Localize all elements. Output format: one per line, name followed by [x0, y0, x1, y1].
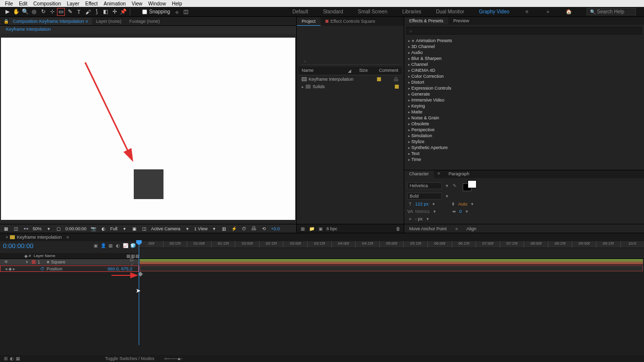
col-comment[interactable]: Comment	[379, 68, 399, 74]
fx-category[interactable]: Expression Controls	[404, 85, 644, 91]
layer-label-swatch[interactable]	[32, 260, 36, 264]
type-tool-icon[interactable]: T	[75, 8, 83, 16]
ruler-mark[interactable]: 07:15f	[500, 241, 524, 248]
menu-window[interactable]: Window	[145, 1, 169, 6]
graph-editor-icon[interactable]: 📈	[122, 243, 128, 249]
move-anchor-tab[interactable]: Move Anchor Point	[404, 225, 452, 232]
flowchart-mini-icon[interactable]: 品	[393, 76, 399, 82]
kern-dropdown-icon[interactable]: ▾	[431, 208, 437, 214]
snap-option2-icon[interactable]: ◫	[182, 8, 190, 16]
menu-edit[interactable]: Edit	[16, 1, 30, 6]
new-comp-icon[interactable]: ▣	[318, 226, 323, 232]
roto-tool-icon[interactable]: ✢	[110, 8, 118, 16]
fx-category[interactable]: Obsolete	[404, 121, 644, 127]
fx-category[interactable]: Immersive Video	[404, 97, 644, 103]
layer-bars-area[interactable]	[139, 259, 644, 272]
close-tab-icon[interactable]: ×	[4, 234, 10, 240]
col-name[interactable]: Name	[302, 68, 339, 74]
ruler-mark[interactable]: 03:15f	[307, 241, 331, 248]
snap-option-icon[interactable]: ⟐	[173, 8, 181, 16]
shy-icon[interactable]: 👤	[100, 243, 106, 249]
tab-menu-icon[interactable]: ≡	[65, 234, 71, 240]
pen-tool-icon[interactable]: ✎	[66, 8, 74, 16]
menu-layer[interactable]: Layer	[64, 1, 82, 6]
snapping-checkbox[interactable]	[142, 9, 147, 14]
composition-canvas[interactable]	[1, 38, 295, 220]
zoom-level[interactable]: 50%	[33, 226, 42, 231]
fx-category[interactable]: Animation Presets	[404, 38, 644, 44]
workspace-menu-icon[interactable]: ≡	[524, 9, 530, 15]
fx-category[interactable]: Blur & Sharpen	[404, 55, 644, 61]
orbit-tool-icon[interactable]: ◎	[30, 8, 38, 16]
ruler-mark[interactable]: :00f	[139, 241, 163, 248]
twirl-icon[interactable]: ▾	[24, 259, 30, 265]
camera-dropdown[interactable]: Active Camera	[151, 226, 180, 231]
guides-icon[interactable]: ◫	[13, 226, 19, 232]
res-dropdown-icon[interactable]: ▾	[121, 226, 127, 232]
effects-list[interactable]: Animation Presets 3D Channel Audio Blur …	[404, 37, 644, 170]
cam-dropdown-icon[interactable]: ▾	[184, 226, 190, 232]
composition-breadcrumb[interactable]: Keyframe Interpolation	[0, 26, 296, 34]
stroke-value[interactable]: - px	[415, 216, 423, 221]
menu-view[interactable]: View	[129, 1, 146, 6]
property-track[interactable]	[140, 265, 643, 271]
switches-row[interactable]: ⊡ ⟋	[130, 259, 136, 265]
square-shape[interactable]	[134, 169, 163, 199]
workspace-expand-icon[interactable]: »	[545, 9, 551, 15]
view-dropdown[interactable]: 1 View	[194, 226, 208, 231]
fx-category[interactable]: Time	[404, 156, 644, 162]
workspace-graphy[interactable]: Graphy Video	[479, 9, 509, 14]
fx-category[interactable]: Channel	[404, 61, 644, 67]
effects-search-input[interactable]: ⌕	[406, 27, 642, 35]
col-type-icon[interactable]: ◢	[339, 68, 359, 74]
bit-depth[interactable]: 8 bpc	[326, 226, 337, 231]
viewer-area[interactable]	[0, 34, 296, 224]
channel-icon[interactable]: ◐	[101, 226, 107, 232]
menu-help[interactable]: Help	[169, 1, 185, 6]
effects-presets-tab[interactable]: Effects & Presets	[404, 17, 448, 24]
fx-category[interactable]: Keying	[404, 103, 644, 109]
menu-file[interactable]: File	[2, 1, 16, 6]
draft3d-icon[interactable]: 🧊	[130, 243, 136, 249]
tab-menu-icon[interactable]: ≡	[86, 19, 88, 24]
interpret-icon[interactable]: ▦	[300, 226, 306, 232]
ruler-mark[interactable]: 04:00f	[331, 241, 356, 248]
preview-tab[interactable]: Preview	[448, 17, 474, 24]
footage-tab[interactable]: Footage (none)	[125, 18, 164, 25]
composition-tab[interactable]: Composition Keyframe Interpolation ≡	[9, 18, 92, 25]
workspace-libraries[interactable]: Libraries	[402, 9, 421, 14]
property-value[interactable]: 960.0, 875.2	[107, 266, 132, 271]
col-layer-name[interactable]: Layer Name	[34, 254, 130, 258]
menu-effect[interactable]: Effect	[82, 1, 101, 6]
next-kf-icon[interactable]: ▸	[11, 266, 17, 272]
timeline-ruler-area[interactable]: :00f 00:15f 01:00f 01:15f 02:00f 02:15f …	[139, 241, 644, 253]
workspace-standard[interactable]: Standard	[323, 9, 343, 14]
ruler-mark[interactable]: 05:00f	[379, 241, 404, 248]
char-menu-icon[interactable]: ≡	[434, 170, 444, 176]
visibility-icon[interactable]: 👁	[3, 259, 9, 265]
ruler-mark[interactable]: 02:00f	[235, 241, 259, 248]
layer-name[interactable]: Square	[51, 259, 65, 264]
ruler-mark[interactable]: 08:15f	[548, 241, 572, 248]
pixel-aspect-icon[interactable]: ▥	[221, 226, 227, 232]
project-item-folder[interactable]: ▸ Solids	[299, 83, 402, 90]
project-search-input[interactable]: ⌕	[301, 57, 400, 65]
ruler-mark[interactable]: 08:00f	[524, 241, 548, 248]
stroke-dropdown-icon[interactable]: ▾	[425, 216, 430, 222]
clone-tool-icon[interactable]: ⟆	[93, 8, 101, 16]
toggle-switches-button[interactable]: Toggle Switches / Modes	[105, 356, 155, 361]
tl-mode2-icon[interactable]: ◐	[9, 356, 15, 362]
snapping-toggle[interactable]: Snapping ⟐ ◫	[142, 8, 190, 16]
snapshot-icon[interactable]: 📷	[91, 226, 97, 232]
frame-blend-icon[interactable]: ▦	[107, 243, 113, 249]
fx-category[interactable]: Distort	[404, 79, 644, 85]
font-style-dropdown[interactable]: Bold	[407, 193, 442, 200]
layer-row-square[interactable]: 👁 ▾ 1 ■ Square ⊡ ⟋	[0, 259, 139, 265]
property-row-position[interactable]: ◂ ◆ ▸ ⏱ Position 960.0, 875.2	[0, 265, 139, 272]
ruler-mark[interactable]: 09:00f	[572, 241, 596, 248]
view-dropdown-icon[interactable]: ▾	[212, 226, 217, 232]
workspace-dual[interactable]: Dual Monitor	[436, 9, 464, 14]
fx-category[interactable]: Text	[404, 151, 644, 156]
fill-color-icon[interactable]	[468, 180, 477, 188]
ruler-mark[interactable]: 01:15f	[211, 241, 235, 248]
